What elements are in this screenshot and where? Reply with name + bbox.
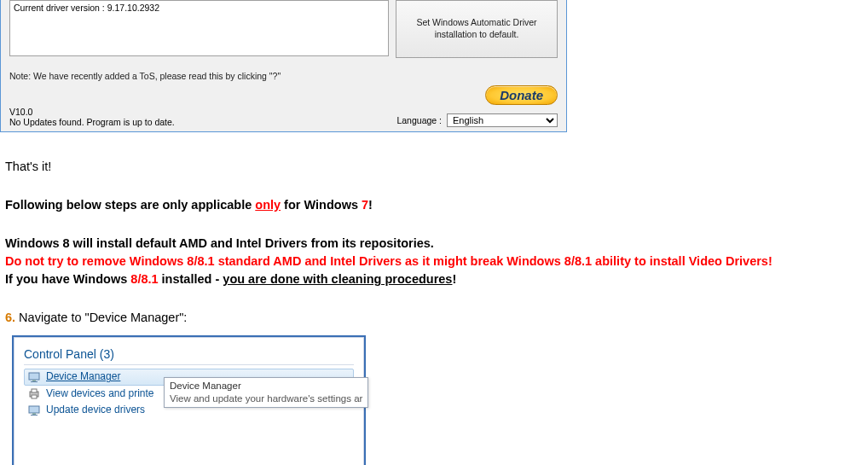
t: for Windows [281,198,362,212]
thats-it-text: That's it! [5,158,863,176]
monitor-icon [27,404,41,417]
set-default-button[interactable]: Set Windows Automatic Driver installatio… [396,0,558,58]
tooltip-desc: View and update your hardware's settings… [170,392,362,405]
article-body: That's it! Following below steps are onl… [0,132,868,465]
warning-line: Do not try to remove Windows 8/8.1 stand… [5,253,863,270]
driver-tool-window: Current driver version : 9.17.10.2932 Se… [0,0,567,132]
step-text: Navigate to "Device Manager": [15,311,187,324]
svg-rect-1 [32,380,36,381]
set-default-label: Set Windows Automatic Driver installatio… [412,17,541,40]
t: ! [452,272,456,286]
cp-label: Update device drivers [46,403,145,417]
svg-rect-8 [31,415,38,416]
t: ! [368,198,373,212]
step-6-line: 6. Navigate to "Device Manager": [5,309,863,327]
only-word: only [255,198,281,212]
svg-rect-5 [32,395,37,398]
update-status-text: No Updates found. Program is up to date. [9,117,396,127]
version-text: V10.0 [9,107,396,117]
applicable-line: Following below steps are only applicabl… [5,196,863,214]
cp-label: View devices and printe [46,387,154,401]
svg-rect-4 [32,389,37,392]
win7-word: 7 [362,198,368,212]
printer-icon [27,387,41,400]
tos-note: Note: We have recently added a ToS, plea… [9,71,558,81]
status-row: V10.0 No Updates found. Program is up to… [9,107,558,127]
svg-rect-6 [29,406,39,413]
log-line: Current driver version : 9.17.10.2932 [14,3,159,13]
svg-rect-2 [31,381,38,382]
t: Following below steps are only applicabl… [5,198,255,212]
tooltip: Device Manager View and update your hard… [164,377,368,408]
top-row: Current driver version : 9.17.10.2932 Se… [9,0,558,58]
language-picker: Language : English [396,113,558,127]
done-line: If you have Windows 8/8.1 installed - yo… [5,270,863,288]
donate-label: Donate [500,88,543,102]
cp-header: Control Panel (3) [24,346,354,365]
monitor-icon [27,370,41,384]
donate-button[interactable]: Donate [485,85,558,105]
log-textbox[interactable]: Current driver version : 9.17.10.2932 [9,0,389,56]
language-label: Language : [396,115,442,125]
language-select[interactable]: English [447,113,558,127]
done-procedures: you are done with cleaning procedures [223,272,452,286]
win8-repo-line: Windows 8 will install default AMD and I… [5,235,863,253]
step-number: 6. [5,311,15,324]
svg-rect-0 [29,373,39,380]
tooltip-title: Device Manager [170,380,362,392]
cp-label: Device Manager [46,369,120,384]
donate-row: Donate [9,85,558,105]
t: 8/8.1 [130,272,158,286]
status-left: V10.0 No Updates found. Program is up to… [9,107,396,127]
control-panel-window: Control Panel (3) Device Manager View de… [12,335,366,465]
t: installed - [159,272,223,286]
t: If you have Windows [5,272,130,286]
svg-rect-7 [32,413,36,415]
